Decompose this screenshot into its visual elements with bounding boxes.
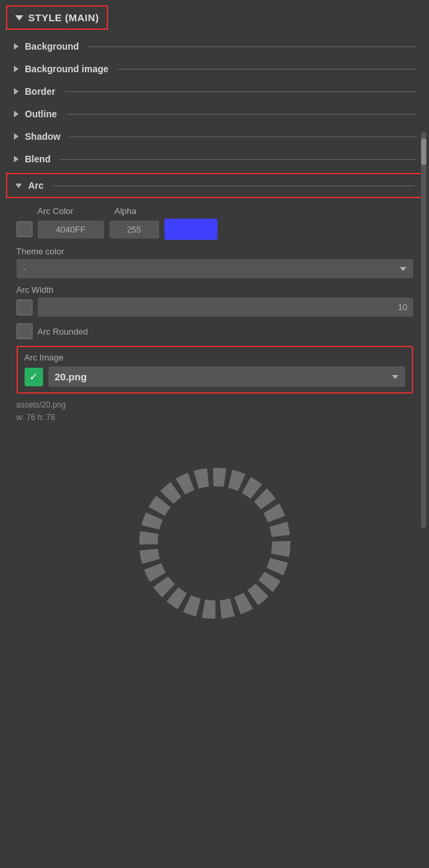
- arc-width-section: Arc Width: [17, 285, 413, 317]
- section-label: Background image: [25, 64, 109, 74]
- arc-section-label: Arc: [29, 180, 44, 191]
- arc-rounded-label: Arc Rounded: [38, 327, 88, 337]
- arc-image-value: 20.png: [55, 371, 87, 382]
- arc-width-label: Arc Width: [17, 285, 413, 295]
- section-background[interactable]: Background: [6, 35, 424, 58]
- section-blend[interactable]: Blend: [6, 148, 424, 170]
- file-size: w: 76 h: 76: [17, 411, 413, 424]
- expand-icon: [14, 133, 19, 140]
- dropdown-arrow-icon: [400, 267, 406, 271]
- arc-image-dropdown[interactable]: 20.png: [48, 366, 405, 387]
- divider: [70, 136, 415, 137]
- theme-color-dropdown[interactable]: -: [17, 259, 413, 278]
- svg-point-1: [158, 486, 272, 600]
- collapse-arc-icon: [15, 184, 22, 188]
- arc-ring-svg: [125, 454, 304, 633]
- theme-color-label: Theme color: [17, 246, 413, 256]
- arc-color-hex-input[interactable]: [38, 221, 104, 239]
- arc-rounded-row: Arc Rounded: [17, 323, 413, 339]
- collapse-icon: [15, 15, 23, 21]
- dropdown-arrow-icon: [392, 375, 398, 379]
- style-main-header[interactable]: STYLE (MAIN): [6, 5, 109, 30]
- divider: [88, 46, 415, 47]
- expand-icon: [14, 43, 19, 50]
- checkmark-icon: ✓: [29, 370, 38, 383]
- scrollbar-thumb[interactable]: [421, 138, 426, 165]
- section-label: Shadow: [25, 131, 61, 142]
- arc-color-checkbox[interactable]: [17, 221, 32, 237]
- arc-alpha-input[interactable]: [109, 221, 159, 239]
- file-path: assets/20.png: [17, 399, 413, 411]
- divider: [53, 186, 414, 186]
- alpha-label: Alpha: [115, 206, 164, 216]
- section-label: Blend: [25, 154, 51, 164]
- arc-color-label: Arc Color: [38, 206, 104, 216]
- file-info: assets/20.png w: 76 h: 76: [17, 399, 413, 424]
- style-main-title: STYLE (MAIN): [29, 12, 99, 23]
- arc-color-swatch[interactable]: [164, 219, 217, 240]
- scrollbar[interactable]: [421, 132, 426, 528]
- section-shadow[interactable]: Shadow: [6, 125, 424, 148]
- section-label: Background: [25, 41, 80, 52]
- expand-icon: [14, 66, 19, 72]
- expand-icon: [14, 111, 19, 117]
- section-border[interactable]: Border: [6, 80, 424, 103]
- expand-icon: [14, 88, 19, 95]
- arc-content: Arc Color Alpha Theme color - Arc W: [6, 201, 424, 655]
- divider: [118, 69, 416, 70]
- divider: [64, 91, 415, 92]
- expand-icon: [14, 156, 19, 162]
- arc-ring-preview: [125, 454, 304, 633]
- section-arc-header[interactable]: Arc: [6, 173, 424, 198]
- arc-theme-color-section: Theme color -: [17, 246, 413, 278]
- arc-rounded-checkbox[interactable]: [17, 323, 32, 339]
- divider: [66, 114, 416, 115]
- theme-color-value: -: [23, 264, 26, 274]
- section-label: Border: [25, 86, 56, 97]
- arc-image-checkbox[interactable]: ✓: [25, 368, 43, 386]
- section-label: Outline: [25, 109, 57, 119]
- arc-image-section: Arc Image ✓ 20.png: [17, 346, 413, 394]
- arc-width-checkbox[interactable]: [17, 299, 32, 315]
- divider: [60, 159, 415, 160]
- arc-image-label: Arc Image: [25, 353, 405, 362]
- arc-image-row: ✓ 20.png: [25, 366, 405, 387]
- arc-preview: [17, 437, 413, 649]
- arc-width-input[interactable]: [38, 298, 413, 317]
- section-background-image[interactable]: Background image: [6, 58, 424, 80]
- arc-width-row: [17, 298, 413, 317]
- arc-color-row: [17, 219, 413, 240]
- arc-color-labels: Arc Color Alpha: [17, 206, 413, 216]
- section-outline[interactable]: Outline: [6, 103, 424, 125]
